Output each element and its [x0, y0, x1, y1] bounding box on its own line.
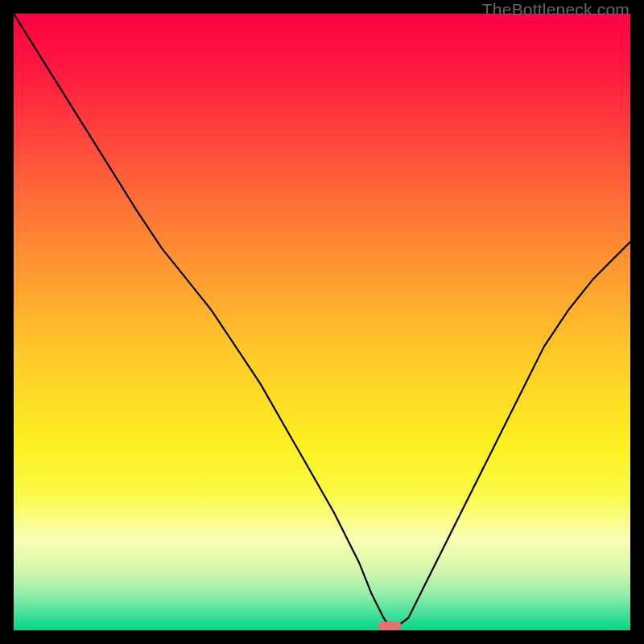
chart-plot-area: [14, 14, 630, 630]
chart-canvas: [14, 14, 630, 630]
watermark-text: TheBottleneck.com: [482, 0, 630, 19]
gradient-background: [14, 14, 630, 630]
optimal-marker: [378, 621, 402, 630]
